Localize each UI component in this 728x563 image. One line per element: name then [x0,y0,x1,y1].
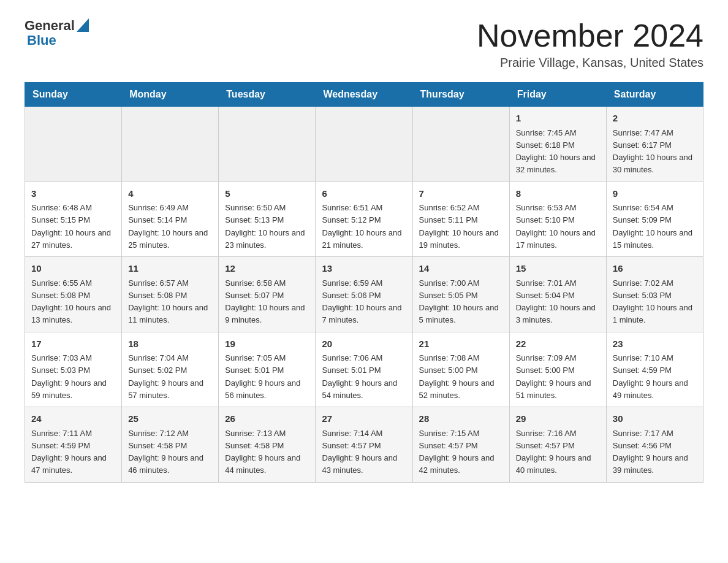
calendar-cell: 29Sunrise: 7:16 AM Sunset: 4:57 PM Dayli… [509,407,606,483]
calendar-cell: 13Sunrise: 6:59 AM Sunset: 5:06 PM Dayli… [316,257,412,332]
calendar-cell [219,107,316,182]
calendar-cell: 23Sunrise: 7:10 AM Sunset: 4:59 PM Dayli… [606,332,703,407]
day-info: Sunrise: 7:14 AM Sunset: 4:57 PM Dayligh… [322,429,397,475]
calendar-cell: 6Sunrise: 6:51 AM Sunset: 5:12 PM Daylig… [316,182,412,257]
day-number: 30 [613,412,697,426]
calendar-cell: 1Sunrise: 7:45 AM Sunset: 6:18 PM Daylig… [509,107,606,182]
calendar-cell: 17Sunrise: 7:03 AM Sunset: 5:03 PM Dayli… [25,332,122,407]
calendar-cell: 8Sunrise: 6:53 AM Sunset: 5:10 PM Daylig… [509,182,606,257]
calendar-header-tuesday: Tuesday [219,83,316,107]
title-area: November 2024 Prairie Village, Kansas, U… [477,18,703,70]
day-info: Sunrise: 6:57 AM Sunset: 5:08 PM Dayligh… [128,278,208,325]
calendar-cell: 28Sunrise: 7:15 AM Sunset: 4:57 PM Dayli… [412,407,509,483]
calendar-cell: 11Sunrise: 6:57 AM Sunset: 5:08 PM Dayli… [122,257,219,332]
day-number: 14 [419,262,503,276]
calendar-header-friday: Friday [509,83,606,107]
day-info: Sunrise: 6:49 AM Sunset: 5:14 PM Dayligh… [128,203,208,250]
day-info: Sunrise: 7:08 AM Sunset: 5:00 PM Dayligh… [419,353,495,400]
calendar-cell: 5Sunrise: 6:50 AM Sunset: 5:13 PM Daylig… [219,182,316,257]
calendar-cell: 21Sunrise: 7:08 AM Sunset: 5:00 PM Dayli… [412,332,509,407]
day-info: Sunrise: 7:17 AM Sunset: 4:56 PM Dayligh… [613,429,688,475]
calendar-cell: 16Sunrise: 7:02 AM Sunset: 5:03 PM Dayli… [606,257,703,332]
calendar-row-2: 3Sunrise: 6:48 AM Sunset: 5:15 PM Daylig… [25,182,703,257]
day-info: Sunrise: 6:55 AM Sunset: 5:08 PM Dayligh… [31,278,111,325]
day-info: Sunrise: 7:00 AM Sunset: 5:05 PM Dayligh… [419,278,499,325]
calendar-header-row: SundayMondayTuesdayWednesdayThursdayFrid… [25,83,703,107]
day-number: 21 [419,337,503,351]
day-number: 15 [516,262,600,276]
day-info: Sunrise: 6:48 AM Sunset: 5:15 PM Dayligh… [31,203,111,250]
calendar-cell [316,107,412,182]
day-info: Sunrise: 6:54 AM Sunset: 5:09 PM Dayligh… [613,203,692,250]
day-number: 18 [128,337,212,351]
header: General Blue November 2024 Prairie Villa… [25,18,703,70]
day-info: Sunrise: 7:47 AM Sunset: 6:17 PM Dayligh… [613,128,692,175]
calendar-cell [412,107,509,182]
day-number: 13 [322,262,406,276]
calendar-cell: 2Sunrise: 7:47 AM Sunset: 6:17 PM Daylig… [606,107,703,182]
calendar-header-thursday: Thursday [412,83,509,107]
day-info: Sunrise: 6:52 AM Sunset: 5:11 PM Dayligh… [419,203,499,250]
calendar-cell: 14Sunrise: 7:00 AM Sunset: 5:05 PM Dayli… [412,257,509,332]
calendar-cell: 10Sunrise: 6:55 AM Sunset: 5:08 PM Dayli… [25,257,122,332]
day-number: 6 [322,187,406,201]
day-info: Sunrise: 7:05 AM Sunset: 5:01 PM Dayligh… [225,353,300,400]
calendar-cell: 27Sunrise: 7:14 AM Sunset: 4:57 PM Dayli… [316,407,412,483]
calendar-row-3: 10Sunrise: 6:55 AM Sunset: 5:08 PM Dayli… [25,257,703,332]
calendar-header-sunday: Sunday [25,83,122,107]
day-number: 29 [516,412,600,426]
calendar-cell: 20Sunrise: 7:06 AM Sunset: 5:01 PM Dayli… [316,332,412,407]
calendar-row-5: 24Sunrise: 7:11 AM Sunset: 4:59 PM Dayli… [25,407,703,483]
day-number: 26 [225,412,309,426]
day-info: Sunrise: 6:50 AM Sunset: 5:13 PM Dayligh… [225,203,305,250]
day-number: 10 [31,262,115,276]
calendar-row-1: 1Sunrise: 7:45 AM Sunset: 6:18 PM Daylig… [25,107,703,182]
day-number: 24 [31,412,115,426]
day-info: Sunrise: 7:11 AM Sunset: 4:59 PM Dayligh… [31,429,107,475]
calendar-cell: 25Sunrise: 7:12 AM Sunset: 4:58 PM Dayli… [122,407,219,483]
calendar-cell: 4Sunrise: 6:49 AM Sunset: 5:14 PM Daylig… [122,182,219,257]
day-info: Sunrise: 7:09 AM Sunset: 5:00 PM Dayligh… [516,353,591,400]
day-info: Sunrise: 7:04 AM Sunset: 5:02 PM Dayligh… [128,353,203,400]
calendar-row-4: 17Sunrise: 7:03 AM Sunset: 5:03 PM Dayli… [25,332,703,407]
calendar-header-monday: Monday [122,83,219,107]
calendar-cell [25,107,122,182]
day-number: 23 [613,337,697,351]
day-info: Sunrise: 6:59 AM Sunset: 5:06 PM Dayligh… [322,278,401,325]
day-number: 11 [128,262,212,276]
day-info: Sunrise: 7:03 AM Sunset: 5:03 PM Dayligh… [31,353,107,400]
day-info: Sunrise: 7:16 AM Sunset: 4:57 PM Dayligh… [516,429,591,475]
day-number: 3 [31,187,115,201]
calendar-cell: 12Sunrise: 6:58 AM Sunset: 5:07 PM Dayli… [219,257,316,332]
logo-triangle-icon [77,18,89,32]
day-number: 7 [419,187,503,201]
logo-general-text: General [25,18,75,33]
day-info: Sunrise: 6:51 AM Sunset: 5:12 PM Dayligh… [322,203,401,250]
day-number: 20 [322,337,406,351]
day-number: 25 [128,412,212,426]
calendar-cell: 24Sunrise: 7:11 AM Sunset: 4:59 PM Dayli… [25,407,122,483]
day-number: 22 [516,337,600,351]
day-number: 12 [225,262,309,276]
day-number: 16 [613,262,697,276]
day-number: 4 [128,187,212,201]
logo-blue-text: Blue [27,33,56,48]
calendar-header-saturday: Saturday [606,83,703,107]
day-number: 8 [516,187,600,201]
day-info: Sunrise: 7:01 AM Sunset: 5:04 PM Dayligh… [516,278,596,325]
svg-marker-0 [77,18,89,32]
day-info: Sunrise: 7:15 AM Sunset: 4:57 PM Dayligh… [419,429,495,475]
calendar-cell: 7Sunrise: 6:52 AM Sunset: 5:11 PM Daylig… [412,182,509,257]
day-info: Sunrise: 7:02 AM Sunset: 5:03 PM Dayligh… [613,278,692,325]
calendar-cell: 3Sunrise: 6:48 AM Sunset: 5:15 PM Daylig… [25,182,122,257]
day-number: 19 [225,337,309,351]
day-info: Sunrise: 7:13 AM Sunset: 4:58 PM Dayligh… [225,429,300,475]
logo: General Blue [25,18,89,48]
day-info: Sunrise: 7:12 AM Sunset: 4:58 PM Dayligh… [128,429,203,475]
calendar-cell: 18Sunrise: 7:04 AM Sunset: 5:02 PM Dayli… [122,332,219,407]
day-number: 2 [613,112,697,126]
day-info: Sunrise: 7:06 AM Sunset: 5:01 PM Dayligh… [322,353,397,400]
day-number: 9 [613,187,697,201]
location-subtitle: Prairie Village, Kansas, United States [477,56,703,70]
calendar-table: SundayMondayTuesdayWednesdayThursdayFrid… [25,82,703,483]
